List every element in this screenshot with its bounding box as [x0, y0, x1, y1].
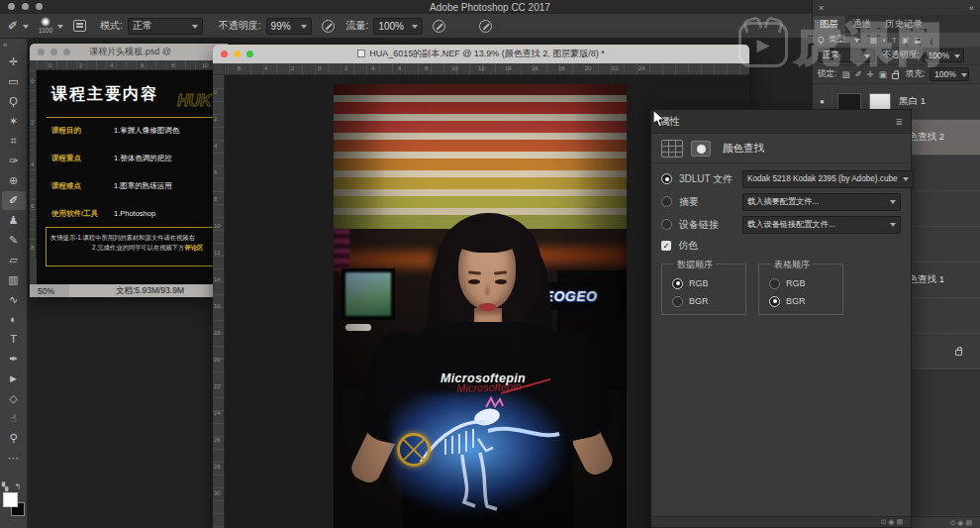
brush-tool-icon[interactable]: ✐ — [8, 19, 29, 33]
property-dropdown[interactable]: Kodak 5218 Kodak 2395 (by Adobe).cube — [742, 170, 914, 188]
ruler-tick-label: 4 — [214, 143, 217, 149]
property-dropdown[interactable]: 载入摘要配置文件... — [742, 193, 901, 211]
panel-close-icon[interactable]: × — [819, 3, 824, 13]
property-dropdown[interactable]: 载入设备链接配置文件... — [742, 216, 901, 234]
filter-icon[interactable]: ⬓ — [914, 36, 922, 45]
data-order-group: 数据顺序 RGBBGR — [661, 264, 746, 315]
left-doc-ruler-v: 02468 — [30, 70, 37, 259]
ruler-tick-label: 10 — [202, 62, 209, 68]
smudge-tool[interactable]: ∿ — [2, 290, 26, 309]
tab-history[interactable]: 历史记录 — [878, 16, 930, 33]
radio-bgr[interactable] — [672, 296, 683, 307]
panel-collapse-icon[interactable]: « — [969, 3, 974, 13]
left-doc-window-controls[interactable] — [38, 49, 70, 55]
radio-rgb[interactable] — [769, 278, 780, 289]
lock-all-icon[interactable] — [892, 73, 899, 79]
tab-channels[interactable]: 通道 — [845, 16, 878, 33]
zoom-tool[interactable]: ⚲ — [2, 429, 26, 448]
lock-icon[interactable]: ▨ — [841, 69, 849, 79]
lock-icon[interactable]: ▣ — [879, 69, 887, 79]
order-option-rgb[interactable]: RGB — [672, 274, 745, 292]
filter-icon[interactable]: T — [892, 36, 897, 45]
chevron-down-icon — [890, 223, 896, 230]
swap-colors-icon[interactable]: ▚ ↰ — [2, 482, 23, 491]
lasso-tool[interactable]: Ϙ — [2, 92, 26, 111]
tab-layers[interactable]: 图层 — [813, 16, 845, 33]
path-select-tool[interactable]: ► — [2, 370, 26, 388]
order-option-rgb[interactable]: RGB — [769, 274, 842, 292]
dodge-tool[interactable]: ◐ — [2, 310, 26, 329]
dither-checkbox[interactable]: ✓ — [661, 241, 671, 251]
layer-lock-icon — [955, 350, 962, 356]
radio-device-link[interactable] — [661, 219, 672, 230]
fill-dropdown[interactable]: 100% — [930, 67, 969, 81]
eraser-tool[interactable]: ▱ — [2, 251, 26, 269]
pressure-opacity-icon[interactable] — [322, 20, 335, 33]
lock-icon[interactable]: ✛ — [867, 69, 874, 79]
main-doc-window-controls[interactable] — [221, 51, 253, 57]
close-window-button[interactable] — [221, 51, 228, 57]
properties-menu-icon[interactable]: ≣ — [895, 117, 903, 127]
main-doc-titlebar[interactable]: HUA_6015的副本.NEF @ 13.9% (颜色查找 2, 图层蒙版/8)… — [213, 45, 749, 63]
magic-wand-tool[interactable]: ✶ — [2, 112, 26, 131]
ruler-tick-label: 8 — [214, 196, 217, 202]
main-doc-title[interactable]: HUA_6015的副本.NEF @ 13.9% (颜色查找 2, 图层蒙版/8)… — [213, 48, 749, 60]
layer-thumbnail[interactable] — [837, 93, 861, 111]
window-controls[interactable] — [8, 3, 43, 10]
eyedropper-tool[interactable]: ✑ — [2, 152, 26, 170]
mask-thumbnail-icon[interactable] — [691, 141, 711, 157]
marquee-tool[interactable]: ▭ — [2, 72, 26, 91]
ruler-tick-label: 6 — [141, 62, 144, 68]
radio-rgb[interactable] — [672, 278, 683, 289]
ruler-tick-label: 8 — [425, 65, 428, 71]
layer-mask-thumbnail[interactable] — [869, 93, 891, 111]
radio-bgr[interactable] — [769, 296, 780, 307]
zoom-level[interactable]: 50% — [30, 286, 69, 296]
smoothing-icon[interactable] — [479, 20, 492, 33]
shape-tool[interactable]: ◇ — [2, 389, 26, 408]
radio-3dlut[interactable] — [661, 173, 672, 184]
flow-dropdown[interactable]: 100% — [373, 18, 423, 35]
filter-search-icon[interactable]: Ϙ — [818, 35, 825, 45]
filter-icon[interactable]: ▦ — [870, 36, 878, 45]
brush-tool[interactable]: ✐ — [2, 191, 26, 210]
foreground-color-swatch[interactable] — [3, 492, 18, 507]
filter-icon[interactable]: ▣ — [902, 36, 910, 45]
toolbar-collapse-icon[interactable]: » — [0, 39, 27, 52]
pen-tool[interactable]: ✒ — [2, 350, 26, 369]
document-icon — [357, 50, 365, 57]
left-doc-titlebar[interactable]: 课程片头模板.psd @ — [30, 44, 231, 60]
more-tools[interactable]: ⋯ — [2, 449, 26, 468]
opacity-dropdown[interactable]: 99% — [266, 18, 312, 35]
table-order-group: 表格顺序 RGBBGR — [758, 264, 843, 315]
properties-footer[interactable]: ⊙ ◉ ▤ — [651, 516, 911, 527]
filter-icon[interactable]: ◐ — [882, 36, 887, 45]
lock-icon[interactable]: ✐ — [854, 69, 861, 79]
move-tool[interactable]: ✛ — [2, 53, 26, 71]
minimize-window-button[interactable] — [234, 51, 241, 57]
filter-type-label[interactable]: 类型 — [829, 34, 845, 46]
brush-panel-toggle-icon[interactable] — [73, 20, 86, 32]
crop-tool[interactable]: ⌗ — [2, 132, 26, 151]
history-brush-tool[interactable]: ✎ — [2, 231, 26, 250]
healing-brush-tool[interactable]: ⊕ — [2, 171, 26, 190]
gradient-tool[interactable]: ▥ — [2, 270, 26, 289]
slide-row-value: 1.整体色调的把控 — [114, 154, 172, 163]
type-tool[interactable]: T — [2, 330, 26, 349]
order-option-bgr[interactable]: BGR — [672, 292, 745, 310]
blend-mode-dropdown[interactable]: 正常 — [128, 18, 203, 35]
hand-tool[interactable]: ☝ — [2, 409, 26, 428]
airbrush-icon[interactable] — [433, 20, 445, 33]
zoom-window-button[interactable] — [246, 51, 253, 57]
document-size: 文档:5.93M/93.9M — [69, 284, 231, 297]
order-option-bgr[interactable]: BGR — [769, 292, 842, 310]
radio-abstract[interactable] — [661, 196, 672, 207]
brush-preset-picker[interactable]: 1100 — [39, 17, 52, 35]
ruler-tick-label: 20 — [585, 65, 592, 71]
layers-opacity-dropdown[interactable]: 100% — [923, 49, 964, 62]
layers-blend-mode-dropdown[interactable]: 正常 — [818, 49, 875, 62]
clone-stamp-tool[interactable]: ♟ — [2, 211, 26, 230]
ruler-tick-label: 6 — [214, 169, 217, 175]
color-swatches[interactable] — [3, 492, 25, 516]
photo-vignette — [334, 84, 627, 528]
